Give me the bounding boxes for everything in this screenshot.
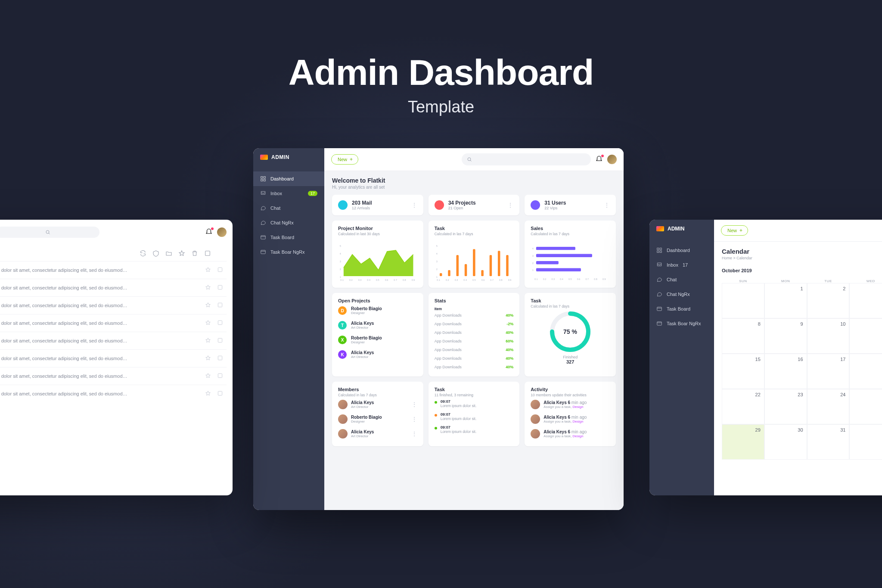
calendar-cell[interactable]: 1: [849, 424, 882, 460]
inbox-row[interactable]: do Lorem ipsum dolor sit amet, consectet…: [0, 261, 227, 279]
checkbox-icon[interactable]: [217, 390, 223, 397]
brand[interactable]: ADMIN: [253, 148, 324, 166]
avatar[interactable]: [217, 227, 227, 237]
calendar-cell[interactable]: [722, 283, 764, 318]
sidebar-item-inbox[interactable]: Inbox 17: [649, 258, 714, 272]
sidebar-item-dashboard[interactable]: Dashboard: [649, 243, 714, 258]
sidebar-item-label: Chat NgRx: [270, 220, 294, 225]
member-row[interactable]: Alicia Keys Art Director ⋮: [338, 426, 417, 441]
checkbox-icon[interactable]: [204, 250, 211, 257]
checkbox-icon[interactable]: [217, 373, 223, 380]
task-text: Lorem ipsum dolor sit.: [441, 417, 477, 421]
calendar-cell[interactable]: 24: [807, 389, 850, 424]
checkbox-icon[interactable]: [217, 355, 223, 362]
stat-dot-icon: [338, 200, 348, 210]
star-icon[interactable]: [205, 390, 211, 397]
star-icon[interactable]: [205, 284, 211, 291]
calendar-cell[interactable]: 11: [849, 318, 882, 354]
checkbox-icon[interactable]: [217, 284, 223, 291]
star-icon[interactable]: [205, 302, 211, 309]
inbox-row[interactable]: d Lorem ipsum dolor sit amet, consectetu…: [0, 279, 227, 296]
star-icon[interactable]: [205, 337, 211, 344]
stat-card[interactable]: 34 Projects 21 Open ⋮: [429, 195, 520, 215]
brand[interactable]: ADMIN: [649, 220, 714, 238]
project-row[interactable]: X Roberto Biagio Designer: [338, 333, 417, 347]
inbox-row[interactable]: d Lorem ipsum dolor sit amet, consectetu…: [0, 332, 227, 349]
kebab-icon[interactable]: ⋮: [604, 202, 610, 208]
member-row[interactable]: Alicia Keys Art Director ⋮: [338, 397, 417, 412]
calendar-cell[interactable]: 2: [807, 283, 850, 318]
sidebar-item-task-board[interactable]: Task Board: [253, 230, 324, 245]
sidebar-item-task-boar-ngrx[interactable]: Task Boar NgRx: [649, 316, 714, 331]
search-input[interactable]: [462, 153, 591, 165]
sidebar-item-chat-ngrx[interactable]: Chat NgRx: [253, 215, 324, 230]
card-sub: 10 members update their activities: [531, 393, 610, 397]
checkbox-icon[interactable]: [217, 337, 223, 344]
calendar-cell[interactable]: 8: [722, 318, 764, 354]
calendar-cell[interactable]: 9: [764, 318, 807, 354]
stat-card[interactable]: 203 Mail 12 Arrivals ⋮: [332, 195, 423, 215]
calendar-cell[interactable]: 18: [849, 354, 882, 389]
inbox-row[interactable]: d Lorem ipsum dolor sit amet, consectetu…: [0, 367, 227, 385]
calendar-cell[interactable]: 29: [722, 424, 764, 460]
tag-icon[interactable]: [152, 250, 159, 257]
inbox-row[interactable]: do Lorem ipsum dolor sit amet, consectet…: [0, 385, 227, 402]
avatar[interactable]: [607, 155, 617, 164]
calendar-cell[interactable]: 31: [807, 424, 850, 460]
sidebar-item-task-board[interactable]: Task Board: [649, 302, 714, 316]
sidebar-item-task-boar-ngrx[interactable]: Task Boar NgRx: [253, 245, 324, 259]
sidebar-item-inbox[interactable]: Inbox 17: [253, 186, 324, 201]
activity-row[interactable]: Alicia Keys 6 min ago Assign you a task,…: [531, 426, 610, 441]
checkbox-icon[interactable]: [217, 302, 223, 309]
sidebar-item-chat[interactable]: Chat: [649, 272, 714, 287]
inbox-row[interactable]: d Lorem ipsum dolor sit amet, consectetu…: [0, 349, 227, 367]
kebab-icon[interactable]: ⋮: [411, 430, 417, 437]
calendar-cell[interactable]: 3: [849, 283, 882, 318]
activity-row[interactable]: Alicia Keys 6 min ago Assign you a task,…: [531, 397, 610, 412]
calendar-cell[interactable]: 30: [764, 424, 807, 460]
star-icon[interactable]: [205, 267, 211, 274]
bell-icon[interactable]: [595, 156, 603, 163]
project-row[interactable]: T Alicia Keys Art Director: [338, 318, 417, 333]
sidebar-item-dashboard[interactable]: Dashboard: [253, 171, 324, 186]
star-icon[interactable]: [205, 355, 211, 362]
checkbox-icon[interactable]: [217, 267, 223, 274]
refresh-icon[interactable]: [140, 250, 146, 257]
task-row[interactable]: 09:07 Lorem ipsum dolor sit.: [435, 397, 514, 410]
calendar-cell[interactable]: 17: [807, 354, 850, 389]
project-row[interactable]: D Roberto Biagio Designer: [338, 303, 417, 318]
calendar-cell[interactable]: 16: [764, 354, 807, 389]
stat-card[interactable]: 31 Users 22 Vips ⋮: [525, 195, 616, 215]
project-row[interactable]: K Alicia Keys Art Director: [338, 347, 417, 362]
calendar-cell[interactable]: 15: [722, 354, 764, 389]
star-icon[interactable]: [205, 373, 211, 380]
kebab-icon[interactable]: ⋮: [411, 416, 417, 423]
kebab-icon[interactable]: ⋮: [411, 401, 417, 408]
calendar-cell[interactable]: 1: [764, 283, 807, 318]
svg-rect-0: [261, 177, 263, 178]
task-row[interactable]: 09:07 Lorem ipsum dolor sit.: [435, 410, 514, 423]
folder-icon[interactable]: [165, 250, 172, 257]
sidebar-item-chat[interactable]: Chat: [253, 201, 324, 215]
new-button[interactable]: New +: [721, 225, 748, 236]
trash-icon[interactable]: [191, 250, 198, 257]
bell-icon[interactable]: [205, 228, 213, 236]
sidebar-item-chat-ngrx[interactable]: Chat NgRx: [649, 287, 714, 302]
task-row[interactable]: 09:07 Lorem ipsum dolor sit.: [435, 423, 514, 436]
calendar-cell[interactable]: 23: [764, 389, 807, 424]
calendar-cell[interactable]: 22: [722, 389, 764, 424]
calendar-cell[interactable]: 25: [849, 389, 882, 424]
inbox-row[interactable]: d Lorem ipsum dolor sit amet, consectetu…: [0, 296, 227, 314]
activity-row[interactable]: Alicia Keys 6 min ago Assign you a task,…: [531, 412, 610, 426]
kebab-icon[interactable]: ⋮: [507, 202, 513, 208]
inbox-search[interactable]: [0, 227, 99, 238]
inbox-row[interactable]: do Lorem ipsum dolor sit amet, consectet…: [0, 314, 227, 332]
kebab-icon[interactable]: ⋮: [411, 202, 417, 208]
new-button[interactable]: New +: [331, 154, 358, 165]
svg-text:5: 5: [340, 245, 341, 247]
calendar-cell[interactable]: 10: [807, 318, 850, 354]
checkbox-icon[interactable]: [217, 320, 223, 327]
star-icon[interactable]: [178, 250, 185, 257]
member-row[interactable]: Roberto Biagio Designer ⋮: [338, 412, 417, 426]
star-icon[interactable]: [205, 320, 211, 327]
